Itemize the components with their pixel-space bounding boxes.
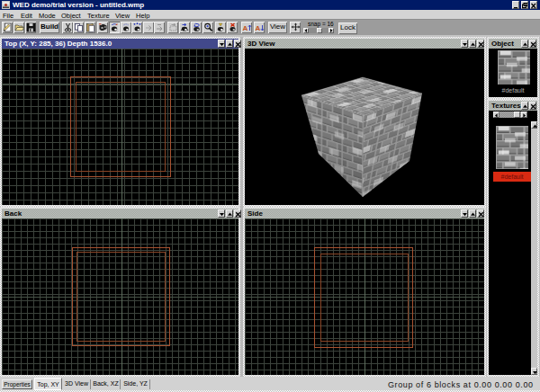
svg-text:A: A (256, 24, 261, 32)
svg-text:A: A (243, 24, 248, 32)
